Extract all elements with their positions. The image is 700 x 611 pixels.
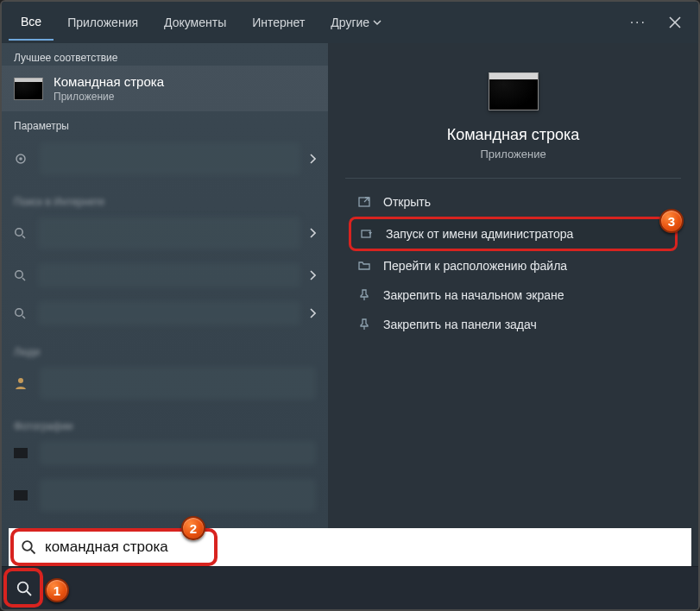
- image-icon: [14, 490, 28, 501]
- divider: [345, 178, 681, 179]
- section-header-blurred: Фотографии: [2, 413, 328, 432]
- settings-list: [2, 134, 328, 189]
- folder-icon: [357, 259, 373, 273]
- tab-internet[interactable]: Интернет: [240, 5, 317, 40]
- best-match-item[interactable]: Командная строка Приложение: [2, 66, 328, 111]
- pin-icon: [357, 288, 373, 302]
- content-area: Лучшее соответствие Командная строка При…: [2, 43, 698, 609]
- tab-documents[interactable]: Документы: [152, 5, 238, 40]
- search-bar-container: 2: [9, 528, 691, 566]
- chevron-right-icon: [309, 270, 316, 280]
- svg-point-2: [16, 229, 22, 236]
- cmd-icon: [14, 78, 43, 100]
- svg-rect-9: [362, 230, 370, 237]
- settings-header: Параметры: [2, 111, 328, 134]
- taskbar-search-button[interactable]: [5, 570, 43, 608]
- list-item[interactable]: [2, 294, 328, 332]
- chevron-right-icon: [309, 308, 316, 318]
- person-icon: [14, 376, 28, 390]
- preview-subtitle: Приложение: [480, 148, 545, 161]
- open-icon: [357, 195, 373, 209]
- shield-admin-icon: [360, 227, 375, 241]
- best-match-text: Командная строка Приложение: [54, 74, 164, 103]
- filter-tabs: Все Приложения Документы Интернет Другие…: [2, 2, 698, 43]
- preview-panel: Командная строка Приложение Открыть Запу…: [328, 43, 698, 609]
- close-button[interactable]: [659, 9, 691, 35]
- taskbar: [2, 566, 698, 609]
- action-pin-taskbar-label: Закрепить на панели задач: [383, 318, 537, 331]
- action-pin-start-label: Закрепить на начальном экране: [383, 288, 564, 302]
- preview-app-icon: [489, 72, 539, 110]
- gear-icon: [14, 152, 28, 166]
- search-window: Все Приложения Документы Интернет Другие…: [2, 2, 698, 609]
- list-item[interactable]: [2, 360, 328, 406]
- chevron-right-icon: [309, 228, 316, 238]
- people-list: [2, 358, 328, 413]
- action-open[interactable]: Открыть: [349, 187, 678, 217]
- pin-icon: [357, 318, 373, 331]
- chevron-down-icon: [373, 18, 382, 27]
- search-icon: [16, 580, 33, 597]
- action-run-as-admin[interactable]: Запуск от имени администратора 3: [349, 217, 678, 251]
- search-icon: [14, 269, 26, 281]
- action-run-as-admin-label: Запуск от имени администратора: [386, 227, 573, 241]
- search-icon: [14, 307, 26, 319]
- list-item[interactable]: [2, 135, 328, 182]
- callout-2: 2: [181, 516, 205, 540]
- search-icon: [21, 539, 36, 555]
- svg-point-3: [16, 271, 22, 278]
- action-open-location-label: Перейти к расположению файла: [383, 259, 567, 273]
- actions-list: Открыть Запуск от имени администратора 3…: [345, 187, 681, 339]
- photos-list: [2, 432, 328, 526]
- web-results-list: [2, 208, 328, 339]
- tab-more-label: Другие: [331, 16, 369, 29]
- svg-rect-7: [14, 490, 28, 501]
- svg-point-1: [19, 157, 22, 161]
- results-panel: Лучшее соответствие Командная строка При…: [2, 43, 328, 609]
- tab-more[interactable]: Другие: [318, 5, 394, 40]
- callout-1: 1: [45, 578, 69, 602]
- section-header-blurred: Поиск в Интернете: [2, 189, 328, 208]
- callout-3: 3: [659, 209, 684, 233]
- tab-apps[interactable]: Приложения: [55, 5, 150, 40]
- search-bar[interactable]: [9, 528, 691, 566]
- more-options-button[interactable]: ···: [620, 8, 657, 37]
- preview-title: Командная строка: [447, 126, 580, 144]
- list-item[interactable]: [2, 472, 328, 519]
- list-item[interactable]: [2, 256, 328, 294]
- list-item[interactable]: [2, 210, 328, 256]
- close-icon: [669, 16, 681, 28]
- action-pin-to-start[interactable]: Закрепить на начальном экране: [349, 280, 678, 310]
- svg-rect-6: [14, 448, 28, 458]
- action-open-file-location[interactable]: Перейти к расположению файла: [349, 251, 678, 280]
- tab-all[interactable]: Все: [9, 4, 54, 41]
- image-icon: [14, 448, 28, 458]
- chevron-right-icon: [309, 154, 316, 164]
- best-match-title: Командная строка: [54, 74, 164, 89]
- best-match-sub: Приложение: [54, 91, 164, 103]
- best-match-header: Лучшее соответствие: [2, 43, 328, 66]
- action-pin-to-taskbar[interactable]: Закрепить на панели задач: [349, 310, 678, 339]
- svg-point-11: [18, 582, 28, 592]
- section-header-blurred: Люди: [2, 339, 328, 358]
- svg-point-4: [16, 309, 22, 316]
- action-open-label: Открыть: [383, 195, 431, 209]
- svg-point-5: [18, 378, 23, 383]
- list-item[interactable]: [2, 434, 328, 472]
- svg-point-10: [22, 541, 32, 551]
- search-icon: [14, 227, 26, 239]
- search-input[interactable]: [45, 539, 679, 556]
